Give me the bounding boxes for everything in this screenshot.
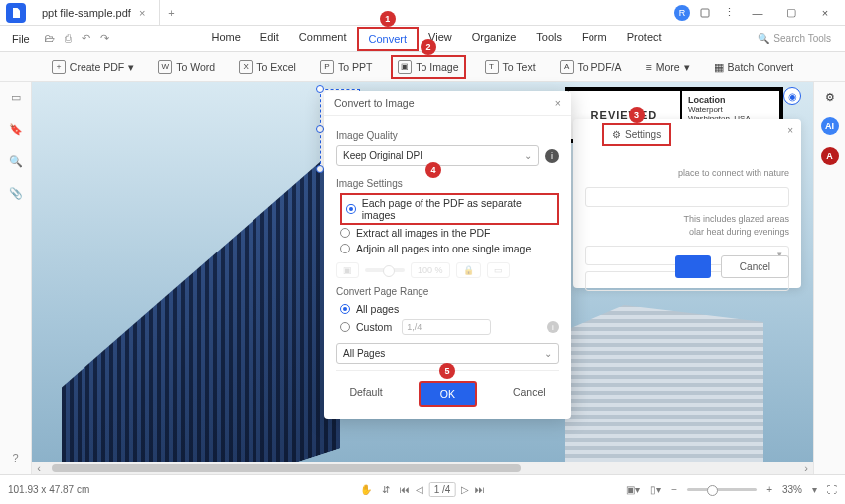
last-page-icon[interactable]: ⏭: [475, 484, 485, 495]
ai-badge-icon[interactable]: AI: [821, 117, 839, 135]
user-avatar[interactable]: R: [674, 5, 690, 21]
zoom-slider[interactable]: [365, 268, 405, 272]
cloud-sync-icon[interactable]: ◉: [783, 87, 801, 105]
info-icon[interactable]: i: [547, 321, 559, 333]
device-icon[interactable]: ▭: [487, 262, 510, 278]
settings-label: Image Settings 4: [336, 178, 559, 189]
close-icon[interactable]: ×: [787, 125, 793, 136]
more-button[interactable]: ≡More▾: [641, 58, 695, 76]
next-page-icon[interactable]: ▷: [461, 484, 469, 495]
custom-range-input[interactable]: 1,/4: [402, 319, 491, 335]
scrollbar-thumb[interactable]: [52, 464, 521, 472]
redo-icon[interactable]: ↷: [100, 32, 109, 45]
scroll-left-icon[interactable]: ‹: [32, 462, 46, 474]
share-icon[interactable]: [696, 4, 714, 22]
to-ppt-label: To PPT: [338, 61, 372, 73]
horizontal-scrollbar[interactable]: ‹ ›: [32, 462, 813, 474]
zoom-out-icon[interactable]: −: [671, 484, 677, 495]
opt-adjoin[interactable]: Adjoin all pages into one single image: [340, 241, 559, 256]
fullscreen-icon[interactable]: ⛶: [827, 484, 837, 495]
help-icon[interactable]: ?: [8, 450, 24, 466]
sp-cancel-button[interactable]: Cancel: [721, 255, 789, 278]
ok-label: OK: [440, 388, 455, 400]
to-text-label: To Text: [503, 61, 536, 73]
batch-convert-button[interactable]: ▦Batch Convert: [709, 58, 799, 76]
sp-text-3: olar heat during evenings: [585, 226, 789, 240]
menu-comment[interactable]: Comment: [289, 27, 357, 51]
attachment-icon[interactable]: 📎: [8, 185, 24, 201]
thumbnail-icon[interactable]: ▭: [8, 89, 24, 105]
read-mode-icon[interactable]: ⇵: [382, 484, 390, 495]
search-panel-icon[interactable]: 🔍: [8, 153, 24, 169]
undo-icon[interactable]: ↶: [82, 32, 90, 45]
chevron-down-icon: ▾: [684, 61, 690, 73]
hand-tool-icon[interactable]: ✋: [360, 484, 372, 495]
first-page-icon[interactable]: ⏮: [400, 484, 410, 495]
crop-icon[interactable]: ▣: [336, 262, 359, 278]
prev-page-icon[interactable]: ◁: [416, 484, 423, 495]
sp-field-1[interactable]: [585, 187, 789, 207]
menu-home[interactable]: Home: [202, 27, 251, 51]
print-icon[interactable]: ⎙: [65, 32, 72, 45]
chevron-down-icon[interactable]: ▾: [812, 484, 817, 495]
menu-protect[interactable]: Protect: [617, 27, 672, 51]
resize-handle[interactable]: [316, 85, 324, 93]
opt-all-pages[interactable]: All pages: [340, 301, 559, 317]
menu-edit[interactable]: Edit: [251, 27, 289, 51]
opt-each-page[interactable]: Each page of the PDF as separate images: [340, 193, 559, 225]
default-button[interactable]: Default: [329, 381, 402, 407]
close-icon[interactable]: ×: [555, 97, 561, 109]
chevron-down-icon: ▾: [128, 61, 134, 73]
menu-organize[interactable]: Organize: [462, 27, 527, 51]
create-pdf-button[interactable]: ＋Create PDF▾: [47, 57, 139, 77]
menu-tools[interactable]: Tools: [526, 27, 572, 51]
page-input[interactable]: 1 /4: [429, 482, 456, 497]
quality-label: Image Quality: [336, 130, 559, 141]
opt-custom[interactable]: Custom 1,/4 i: [340, 317, 559, 337]
single-page-icon[interactable]: ▯▾: [650, 484, 661, 495]
settings-button[interactable]: ⚙ Settings 3: [602, 123, 671, 146]
zoom-in-icon[interactable]: +: [766, 484, 772, 495]
cancel-button[interactable]: Cancel: [493, 381, 566, 407]
radio-icon: [340, 228, 350, 238]
search-tools[interactable]: 🔍 Search Tools: [758, 33, 841, 44]
to-image-label: To Image: [416, 61, 458, 73]
to-text-button[interactable]: TTo Text: [480, 57, 541, 77]
chevron-down-icon: ⌄: [544, 348, 552, 359]
to-pdfa-button[interactable]: ATo PDF/A: [555, 57, 627, 77]
ok-button[interactable]: OK: [419, 381, 477, 407]
zoom-slider[interactable]: [687, 488, 757, 491]
properties-icon[interactable]: ⚙: [822, 89, 838, 105]
document-tab[interactable]: ppt file-sample.pdf ×: [32, 0, 160, 25]
close-window-button[interactable]: ×: [811, 2, 839, 24]
menu-convert[interactable]: Convert 1: [357, 27, 420, 51]
svg-rect-0: [701, 9, 709, 17]
fit-page-icon[interactable]: ▣▾: [626, 484, 640, 495]
bookmark-icon[interactable]: 🔖: [8, 121, 24, 137]
kebab-menu-icon[interactable]: ⋮: [720, 4, 738, 22]
scroll-right-icon[interactable]: ›: [799, 462, 813, 474]
tab-close-icon[interactable]: ×: [139, 7, 145, 19]
page-selection[interactable]: All Pages ⌄: [336, 343, 559, 364]
sp-ok-button[interactable]: [675, 255, 711, 278]
batch-label: Batch Convert: [728, 61, 794, 73]
resize-handle[interactable]: [316, 165, 324, 173]
resize-handle[interactable]: [316, 125, 324, 133]
lock-icon[interactable]: 🔒: [456, 262, 481, 278]
to-word-button[interactable]: WTo Word: [153, 57, 220, 77]
to-image-button[interactable]: ▣To Image 2: [391, 55, 465, 79]
menu-form[interactable]: Form: [572, 27, 617, 51]
gear-icon: ⚙: [612, 129, 621, 140]
to-excel-button[interactable]: XTo Excel: [234, 57, 301, 77]
info-icon[interactable]: i: [545, 149, 559, 163]
to-ppt-button[interactable]: PTo PPT: [315, 57, 377, 77]
new-tab-button[interactable]: +: [160, 7, 182, 19]
file-menu[interactable]: File: [4, 33, 38, 45]
opt-extract[interactable]: Extract all images in the PDF: [340, 225, 559, 241]
maximize-button[interactable]: ▢: [777, 2, 805, 24]
more-label: More: [656, 61, 680, 73]
assist-badge-icon[interactable]: A: [821, 147, 839, 165]
open-icon[interactable]: 🗁: [44, 32, 55, 45]
minimize-button[interactable]: —: [744, 2, 771, 24]
convert-toolbar: ＋Create PDF▾ WTo Word XTo Excel PTo PPT …: [0, 52, 845, 82]
